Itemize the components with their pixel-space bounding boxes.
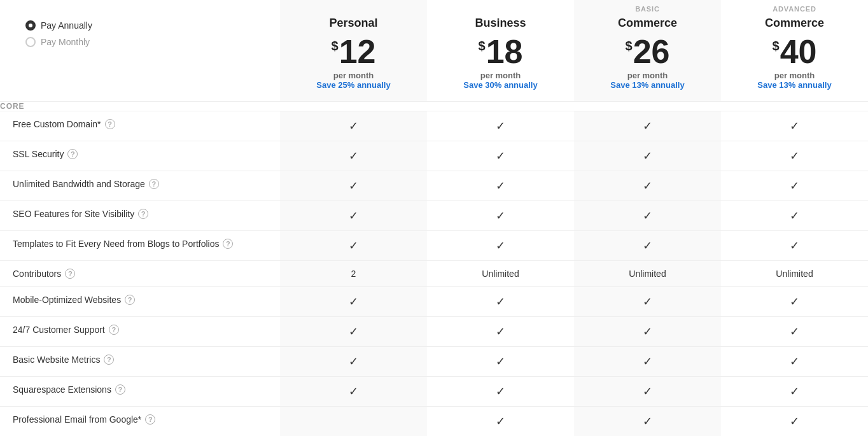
checkmark-icon: ✓: [643, 239, 652, 252]
feature-value-0-2-1: ✓: [427, 171, 574, 200]
plan-name-advanced-commerce: Commerce: [731, 17, 858, 30]
feature-name-0-6: Mobile-Optimized Websites?: [0, 286, 280, 316]
checkmark-icon: ✓: [790, 150, 799, 162]
checkmark-icon: ✓: [790, 209, 799, 222]
feature-name-text: 24/7 Customer Support: [13, 325, 105, 335]
checkmark-icon: ✓: [496, 355, 505, 368]
checkmark-icon: ✓: [349, 325, 358, 338]
checkmark-icon: ✓: [496, 385, 505, 398]
pay-monthly-label: Pay Monthly: [41, 37, 90, 47]
feature-name-text: Unlimited Bandwidth and Storage: [13, 179, 145, 189]
checkmark-icon: ✓: [349, 295, 358, 308]
pay-annually-option[interactable]: Pay Annually: [25, 20, 255, 31]
checkmark-icon: ✓: [790, 415, 799, 428]
help-icon[interactable]: ?: [125, 295, 135, 305]
plan-amount-advanced-commerce: 40: [780, 35, 817, 68]
feature-value-0-6-2: ✓: [574, 286, 721, 316]
feature-name-0-3: SEO Features for Site Visibility?: [0, 200, 280, 230]
pay-annually-radio[interactable]: [25, 20, 36, 31]
feature-value-0-5-0: 2: [280, 260, 427, 286]
checkmark-icon: ✓: [790, 120, 799, 132]
pay-monthly-radio[interactable]: [25, 37, 36, 47]
checkmark-icon: ✓: [643, 209, 652, 222]
plan-amount-business: 18: [486, 35, 523, 68]
feature-name-0-4: Templates to Fit Every Need from Blogs t…: [0, 230, 280, 260]
feature-value-0-7-3: ✓: [721, 316, 868, 346]
help-icon[interactable]: ?: [149, 179, 159, 189]
plan-price-advanced-commerce: $ 40: [731, 35, 858, 68]
checkmark-icon: ✓: [643, 415, 652, 428]
feature-name-0-1: SSL Security?: [0, 141, 280, 171]
feature-value-0-3-1: ✓: [427, 200, 574, 230]
checkmark-icon: ✓: [790, 355, 799, 368]
feature-value-0-4-1: ✓: [427, 230, 574, 260]
feature-value-0-0-3: ✓: [721, 111, 868, 141]
plan-amount-basic-commerce: 26: [633, 35, 670, 68]
plan-type-business: [437, 5, 564, 15]
feature-value-0-6-0: ✓: [280, 286, 427, 316]
feature-value-0-7-0: ✓: [280, 316, 427, 346]
help-icon[interactable]: ?: [65, 269, 75, 279]
help-icon[interactable]: ?: [138, 209, 148, 219]
feature-row-0-10: Professional Email from Google*?✓✓✓: [0, 406, 868, 436]
plan-name-business: Business: [437, 17, 564, 30]
feature-value-0-1-1: ✓: [427, 141, 574, 171]
checkmark-icon: ✓: [349, 209, 358, 222]
feature-value-0-1-0: ✓: [280, 141, 427, 171]
pay-monthly-option[interactable]: Pay Monthly: [25, 37, 255, 47]
checkmark-icon: ✓: [643, 325, 652, 338]
plan-per-month-personal: per month: [290, 71, 417, 80]
feature-row-0-4: Templates to Fit Every Need from Blogs t…: [0, 230, 868, 260]
feature-value-0-7-1: ✓: [427, 316, 574, 346]
feature-name-text: Squarespace Extensions: [13, 384, 111, 395]
plan-type-advanced-commerce: ADVANCED: [731, 5, 858, 15]
feature-value-0-7-2: ✓: [574, 316, 721, 346]
plan-price-personal: $ 12: [290, 35, 417, 68]
feature-name-text: Free Custom Domain*: [13, 119, 101, 129]
feature-value-0-8-0: ✓: [280, 346, 427, 376]
checkmark-icon: ✓: [496, 150, 505, 162]
feature-value-0-2-3: ✓: [721, 171, 868, 200]
feature-row-0-6: Mobile-Optimized Websites?✓✓✓✓: [0, 286, 868, 316]
feature-value-0-9-0: ✓: [280, 376, 427, 406]
plan-price-basic-commerce: $ 26: [584, 35, 711, 68]
feature-value-0-10-2: ✓: [574, 406, 721, 436]
feature-value-0-4-2: ✓: [574, 230, 721, 260]
help-icon[interactable]: ?: [145, 414, 155, 425]
feature-value-0-6-3: ✓: [721, 286, 868, 316]
feature-name-0-2: Unlimited Bandwidth and Storage?: [0, 171, 280, 200]
plan-name-personal: Personal: [290, 17, 417, 30]
feature-row-0-3: SEO Features for Site Visibility?✓✓✓✓: [0, 200, 868, 230]
checkmark-icon: ✓: [496, 325, 505, 338]
pricing-table: Pay Annually Pay Monthly Personal: [0, 0, 868, 436]
pay-annually-label: Pay Annually: [41, 20, 92, 31]
feature-value-0-2-0: ✓: [280, 171, 427, 200]
plan-name-basic-commerce: Commerce: [584, 17, 711, 30]
help-icon[interactable]: ?: [67, 149, 78, 159]
help-icon[interactable]: ?: [105, 119, 115, 129]
feature-value-0-5-2: Unlimited: [574, 260, 721, 286]
plan-dollar-personal: $: [332, 39, 339, 53]
feature-value-0-8-2: ✓: [574, 346, 721, 376]
feature-value-0-3-3: ✓: [721, 200, 868, 230]
feature-value-0-0-0: ✓: [280, 111, 427, 141]
help-icon[interactable]: ?: [109, 325, 119, 335]
feature-name-0-5: Contributors?: [0, 260, 280, 286]
checkmark-icon: ✓: [790, 239, 799, 252]
checkmark-icon: ✓: [790, 179, 799, 192]
help-icon[interactable]: ?: [115, 384, 125, 395]
feature-value-0-9-1: ✓: [427, 376, 574, 406]
feature-value-0-8-1: ✓: [427, 346, 574, 376]
feature-value-0-1-3: ✓: [721, 141, 868, 171]
feature-value-0-1-2: ✓: [574, 141, 721, 171]
help-icon[interactable]: ?: [104, 355, 114, 365]
feature-row-0-2: Unlimited Bandwidth and Storage?✓✓✓✓: [0, 171, 868, 200]
help-icon[interactable]: ?: [223, 239, 233, 249]
plan-save-basic-commerce: Save 13% annually: [584, 80, 711, 91]
checkmark-icon: ✓: [349, 150, 358, 162]
feature-name-text: Contributors: [13, 269, 61, 279]
checkmark-icon: ✓: [496, 295, 505, 308]
checkmark-icon: ✓: [496, 415, 505, 428]
feature-name-text: Basic Website Metrics: [13, 355, 100, 365]
feature-value-0-5-3: Unlimited: [721, 260, 868, 286]
